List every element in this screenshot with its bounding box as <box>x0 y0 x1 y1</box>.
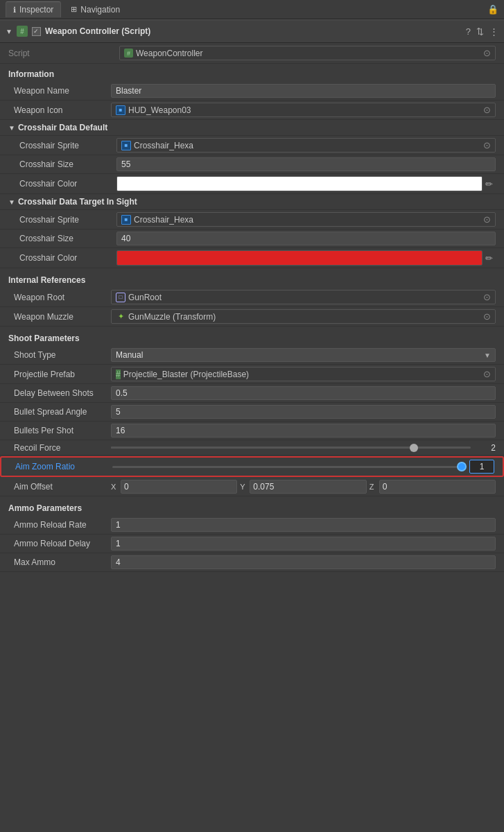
aim-offset-y-input[interactable]: 0.075 <box>250 480 366 494</box>
weapon-root-value-container: □ GunRoot ⊙ <box>111 290 496 304</box>
weapon-muzzle-target[interactable]: ⊙ <box>483 311 491 322</box>
crosshair-target-section: ▼ Crosshair Data Target In Sight <box>0 194 504 210</box>
recoil-force-track[interactable] <box>111 447 471 449</box>
crosshair-target-color-field[interactable] <box>116 250 483 266</box>
delay-shots-input[interactable]: 0.5 <box>111 386 496 400</box>
projectile-prefab-field[interactable]: # Projectile_Blaster (ProjectileBase) ⊙ <box>111 367 496 381</box>
information-label: Information <box>8 69 54 79</box>
aim-offset-z-input[interactable]: 0 <box>379 480 496 494</box>
tab-navigation[interactable]: ⊞ Navigation <box>64 2 127 17</box>
aim-zoom-row: Aim Zoom Ratio <box>0 456 504 477</box>
crosshair-default-arrow[interactable]: ▼ <box>8 124 15 132</box>
bullets-per-shot-text: 16 <box>116 426 125 435</box>
crosshair-target-size-input[interactable]: 40 <box>116 232 496 245</box>
weapon-icon-field[interactable]: ■ HUD_Weapon03 ⊙ <box>111 103 496 117</box>
weapon-icon-target[interactable]: ⊙ <box>483 105 491 115</box>
aim-zoom-thumb[interactable] <box>457 462 467 471</box>
max-ammo-value-container: 4 <box>111 555 496 569</box>
bullet-spread-label: Bullet Spread Angle <box>14 407 111 417</box>
crosshair-target-color-label: Crosshair Color <box>19 253 116 263</box>
crosshair-default-color-label: Crosshair Color <box>19 179 116 189</box>
recoil-force-thumb[interactable] <box>410 444 418 452</box>
shoot-type-text: Manual <box>116 350 143 360</box>
reload-delay-value-container: 1 <box>111 537 496 551</box>
reload-delay-row: Ammo Reload Delay 1 <box>0 535 504 553</box>
inspector-icon: ℹ <box>13 6 16 15</box>
crosshair-default-sprite-field[interactable]: ■ Crosshair_Hexa ⊙ <box>116 138 496 153</box>
reload-delay-input[interactable]: 1 <box>111 537 496 551</box>
projectile-prefab-target[interactable]: ⊙ <box>483 369 491 379</box>
aim-offset-row: Aim Offset X 0 Y 0.075 Z 0 <box>0 478 504 496</box>
navigation-icon: ⊞ <box>71 5 77 14</box>
internal-refs-label: Internal References <box>8 275 85 285</box>
tab-inspector[interactable]: ℹ Inspector <box>6 1 61 17</box>
crosshair-default-eyedropper[interactable]: ✏ <box>483 179 496 189</box>
aim-offset-x-input[interactable]: 0 <box>121 480 237 494</box>
shoot-type-dropdown[interactable]: Manual ▼ <box>111 348 496 362</box>
weapon-muzzle-field[interactable]: ✦ GunMuzzle (Transform) ⊙ <box>111 309 496 324</box>
crosshair-default-sprite-container: ■ Crosshair_Hexa ⊙ <box>116 138 496 153</box>
aim-offset-y-value: 0.075 <box>253 482 274 492</box>
weapon-icon-value-container: ■ HUD_Weapon03 ⊙ <box>111 103 496 117</box>
script-value-field[interactable]: # WeaponController ⊙ <box>119 46 496 60</box>
aim-offset-z-field: Z 0 <box>370 480 496 494</box>
settings-icon[interactable]: ⇅ <box>476 26 484 37</box>
script-target-icon[interactable]: ⊙ <box>483 48 491 58</box>
weapon-root-label: Weapon Root <box>14 293 111 302</box>
bullets-per-shot-row: Bullets Per Shot 16 <box>0 422 504 440</box>
weapon-root-row: Weapon Root □ GunRoot ⊙ <box>0 288 504 307</box>
crosshair-target-sprite-field[interactable]: ■ Crosshair_Hexa ⊙ <box>116 212 496 227</box>
crosshair-target-sprite-text: Crosshair_Hexa <box>134 215 193 225</box>
crosshair-target-sprite-row: Crosshair Sprite ■ Crosshair_Hexa ⊙ <box>0 210 504 229</box>
weapon-root-target[interactable]: ⊙ <box>483 292 491 302</box>
collapse-arrow[interactable]: ▼ <box>6 28 12 35</box>
bullet-spread-value-container: 5 <box>111 405 496 419</box>
shoot-type-value-container: Manual ▼ <box>111 348 496 362</box>
bullet-spread-input[interactable]: 5 <box>111 405 496 419</box>
crosshair-default-color-row: Crosshair Color ✏ <box>0 174 504 194</box>
menu-icon[interactable]: ⋮ <box>489 26 498 37</box>
crosshair-default-size-input[interactable]: 55 <box>116 157 496 171</box>
projectile-prefab-row: Projectile Prefab # Projectile_Blaster (… <box>0 365 504 384</box>
weapon-root-field[interactable]: □ GunRoot ⊙ <box>111 290 496 304</box>
aim-zoom-label: Aim Zoom Ratio <box>15 462 112 471</box>
component-title: Weapon Controller (Script) <box>45 26 462 36</box>
crosshair-target-eyedropper[interactable]: ✏ <box>483 253 496 263</box>
reload-delay-text: 1 <box>116 539 121 548</box>
crosshair-target-arrow[interactable]: ▼ <box>8 198 15 206</box>
crosshair-default-color-container: ✏ <box>116 176 496 191</box>
aim-offset-x-axis: X <box>111 483 119 491</box>
weapon-icon-sprite-icon: ■ <box>116 105 125 115</box>
tabs-bar: ℹ Inspector ⊞ Navigation 🔒 <box>0 0 504 19</box>
crosshair-target-sprite-target[interactable]: ⊙ <box>483 214 491 225</box>
weapon-name-label: Weapon Name <box>14 86 111 96</box>
aim-zoom-track[interactable] <box>112 466 467 468</box>
weapon-name-value-container: Blaster <box>111 84 496 98</box>
weapon-name-row: Weapon Name Blaster <box>0 82 504 101</box>
projectile-prefab-label: Projectile Prefab <box>14 370 111 379</box>
reload-rate-input[interactable]: 1 <box>111 518 496 532</box>
crosshair-default-sprite-row: Crosshair Sprite ■ Crosshair_Hexa ⊙ <box>0 136 504 155</box>
weapon-muzzle-transform-icon: ✦ <box>116 312 125 322</box>
aim-zoom-input[interactable] <box>469 460 494 474</box>
weapon-root-text: GunRoot <box>128 293 162 302</box>
crosshair-default-size-text: 55 <box>121 159 130 169</box>
bullet-spread-row: Bullet Spread Angle 5 <box>0 403 504 422</box>
max-ammo-input[interactable]: 4 <box>111 555 496 569</box>
crosshair-target-sprite-container: ■ Crosshair_Hexa ⊙ <box>116 212 496 227</box>
weapon-name-input[interactable]: Blaster <box>111 84 496 98</box>
weapon-root-cube-icon: □ <box>116 293 125 302</box>
crosshair-target-sprite-label: Crosshair Sprite <box>19 215 116 225</box>
tab-inspector-label: Inspector <box>19 5 53 15</box>
help-icon[interactable]: ? <box>466 26 471 37</box>
bullets-per-shot-input[interactable]: 16 <box>111 424 496 437</box>
lock-icon[interactable]: 🔒 <box>487 4 498 15</box>
component-enable-checkbox[interactable]: ✓ <box>32 27 41 36</box>
crosshair-target-sprite-icon: ■ <box>121 215 131 225</box>
shoot-params-header: Shoot Parameters <box>0 327 504 346</box>
crosshair-default-sprite-target[interactable]: ⊙ <box>483 140 491 150</box>
crosshair-target-color-swatch <box>117 251 482 265</box>
recoil-force-row: Recoil Force 2 <box>0 440 504 456</box>
crosshair-default-color-field[interactable] <box>116 176 483 191</box>
projectile-hash-icon: # <box>116 370 121 379</box>
